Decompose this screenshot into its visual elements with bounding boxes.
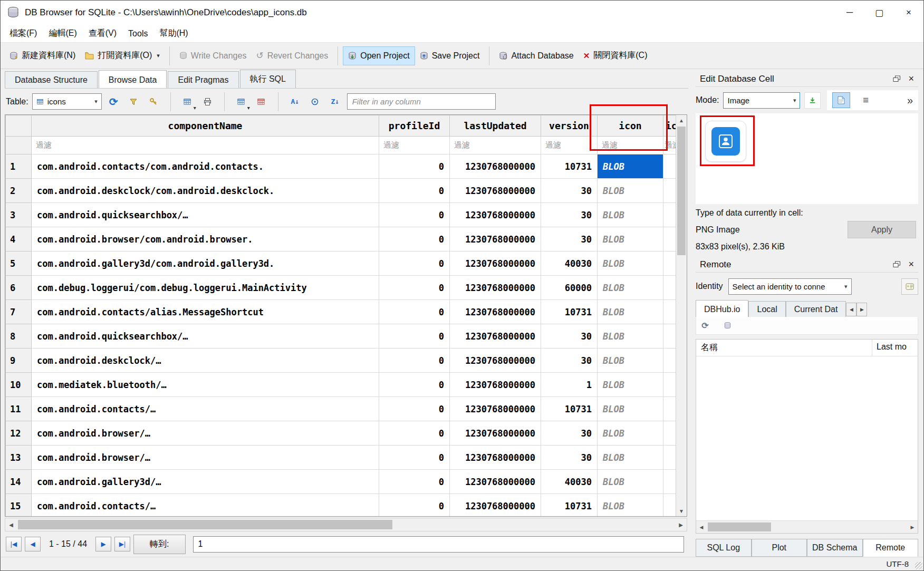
- horizontal-scrollbar[interactable]: ◀ ▶: [5, 518, 687, 531]
- icon-cell[interactable]: BLOB: [598, 421, 663, 446]
- mode-select[interactable]: Image ▾: [723, 92, 800, 109]
- print-button[interactable]: [199, 93, 216, 110]
- close-button[interactable]: ×: [894, 1, 923, 25]
- icon-cell[interactable]: BLOB: [598, 179, 663, 203]
- lastupdated-cell[interactable]: 1230768000000: [450, 324, 541, 349]
- row-number-cell[interactable]: 9: [6, 349, 32, 373]
- profileid-cell[interactable]: 0: [379, 349, 450, 373]
- tab-scroll-left-icon[interactable]: ◀: [846, 303, 856, 316]
- profileid-cell[interactable]: 0: [379, 397, 450, 421]
- menu-edit[interactable]: 編輯(E): [43, 25, 82, 42]
- scroll-right-icon[interactable]: ▶: [675, 518, 687, 531]
- row-number-cell[interactable]: 7: [6, 300, 32, 324]
- remote-tab-local[interactable]: Local: [748, 301, 785, 317]
- row-number-cell[interactable]: 13: [6, 446, 32, 470]
- version-cell[interactable]: 10731: [541, 494, 598, 517]
- maximize-button[interactable]: ▢: [864, 1, 894, 25]
- componentname-cell[interactable]: com.android.gallery3d/…: [32, 470, 379, 494]
- version-cell[interactable]: 1: [541, 373, 598, 397]
- profileid-cell[interactable]: 0: [379, 494, 450, 517]
- scroll-up-icon[interactable]: ▲: [676, 115, 687, 125]
- filter-version[interactable]: 過濾: [541, 137, 598, 154]
- attach-database-button[interactable]: Attach Database: [494, 47, 578, 65]
- version-cell[interactable]: 60000: [541, 276, 598, 300]
- lastupdated-cell[interactable]: 1230768000000: [450, 397, 541, 421]
- filter-partial[interactable]: 過濾: [663, 137, 676, 154]
- componentname-cell[interactable]: com.android.deskclock/com.android.deskcl…: [32, 179, 379, 203]
- clear-filters-button[interactable]: [126, 93, 142, 110]
- icon-cell[interactable]: BLOB: [598, 397, 663, 421]
- vertical-scrollbar-thumb[interactable]: [677, 127, 686, 255]
- word-wrap-button[interactable]: ≡: [856, 92, 874, 108]
- profileid-cell[interactable]: 0: [379, 373, 450, 397]
- version-cell[interactable]: 30: [541, 324, 598, 349]
- table-select[interactable]: icons ▾: [32, 93, 102, 110]
- last-record-button[interactable]: ▶|: [114, 537, 130, 551]
- vertical-scrollbar[interactable]: ▲ ▼: [676, 115, 687, 516]
- row-number-cell[interactable]: 1: [6, 154, 32, 179]
- header-profileid[interactable]: profileId: [379, 115, 450, 137]
- horizontal-scrollbar-thumb[interactable]: [18, 520, 392, 529]
- row-number-cell[interactable]: 12: [6, 421, 32, 446]
- profileid-cell[interactable]: 0: [379, 179, 450, 203]
- row-number-cell[interactable]: 11: [6, 397, 32, 421]
- lastupdated-cell[interactable]: 1230768000000: [450, 154, 541, 179]
- dock-tab-sql-log[interactable]: SQL Log: [696, 539, 752, 557]
- save-filter-button[interactable]: [146, 93, 162, 110]
- lastupdated-cell[interactable]: 1230768000000: [450, 227, 541, 251]
- header-icon[interactable]: icon: [598, 115, 663, 137]
- dock-tab-db-schema[interactable]: DB Schema: [807, 539, 863, 557]
- encoding-selector[interactable]: UTF-8: [887, 559, 909, 568]
- close-panel-icon[interactable]: ×: [908, 259, 914, 270]
- version-cell[interactable]: 10731: [541, 397, 598, 421]
- close-database-button[interactable]: ✕ 關閉資料庫(C): [579, 46, 652, 65]
- version-cell[interactable]: 30: [541, 446, 598, 470]
- row-number-cell[interactable]: 4: [6, 227, 32, 251]
- version-cell[interactable]: 10731: [541, 154, 598, 179]
- float-panel-icon[interactable]: [893, 75, 901, 82]
- icon-cell[interactable]: BLOB: [598, 349, 663, 373]
- next-record-button[interactable]: ▶: [95, 537, 111, 551]
- header-componentname[interactable]: componentName: [32, 115, 379, 137]
- profileid-cell[interactable]: 0: [379, 446, 450, 470]
- scroll-left-icon[interactable]: ◀: [696, 525, 707, 530]
- componentname-cell[interactable]: com.debug.loggerui/com.debug.loggerui.Ma…: [32, 276, 379, 300]
- profileid-cell[interactable]: 0: [379, 470, 450, 494]
- filter-lastupdated[interactable]: 過濾: [450, 137, 541, 154]
- write-changes-button[interactable]: Write Changes: [175, 47, 252, 65]
- lastupdated-cell[interactable]: 1230768000000: [450, 421, 541, 446]
- previous-record-button[interactable]: ◀: [25, 537, 41, 551]
- version-cell[interactable]: 40030: [541, 251, 598, 276]
- refresh-button[interactable]: ⟳: [105, 93, 122, 110]
- minimize-button[interactable]: ─: [835, 1, 864, 25]
- row-number-cell[interactable]: 5: [6, 251, 32, 276]
- profileid-cell[interactable]: 0: [379, 227, 450, 251]
- row-number-cell[interactable]: 6: [6, 276, 32, 300]
- profileid-cell[interactable]: 0: [379, 324, 450, 349]
- version-cell[interactable]: 30: [541, 203, 598, 227]
- scroll-left-icon[interactable]: ◀: [5, 518, 17, 531]
- import-data-button[interactable]: [804, 92, 821, 109]
- icon-cell[interactable]: BLOB: [598, 446, 663, 470]
- delete-record-button[interactable]: [253, 93, 270, 110]
- menu-help[interactable]: 幫助(H): [153, 25, 194, 42]
- scroll-down-icon[interactable]: ▼: [676, 506, 687, 516]
- componentname-cell[interactable]: com.android.deskclock/…: [32, 349, 379, 373]
- lastupdated-cell[interactable]: 1230768000000: [450, 251, 541, 276]
- row-number-cell[interactable]: 14: [6, 470, 32, 494]
- goto-record-button[interactable]: 轉到:: [133, 535, 185, 554]
- remote-horizontal-scrollbar[interactable]: ◀ ▶: [696, 520, 918, 533]
- remote-scrollbar-thumb[interactable]: [708, 522, 771, 531]
- remote-col-name[interactable]: 名稱: [696, 340, 872, 356]
- profileid-cell[interactable]: 0: [379, 421, 450, 446]
- dock-tab-remote[interactable]: Remote: [863, 539, 919, 557]
- global-filter-input[interactable]: [347, 93, 496, 110]
- icon-cell[interactable]: BLOB: [598, 276, 663, 300]
- profileid-cell[interactable]: 0: [379, 154, 450, 179]
- icon-cell[interactable]: BLOB: [598, 251, 663, 276]
- menu-file[interactable]: 檔案(F): [4, 25, 43, 42]
- filter-profileid[interactable]: 過濾: [379, 137, 450, 154]
- version-cell[interactable]: 30: [541, 349, 598, 373]
- lastupdated-cell[interactable]: 1230768000000: [450, 470, 541, 494]
- open-database-caret-icon[interactable]: ▾: [157, 52, 160, 59]
